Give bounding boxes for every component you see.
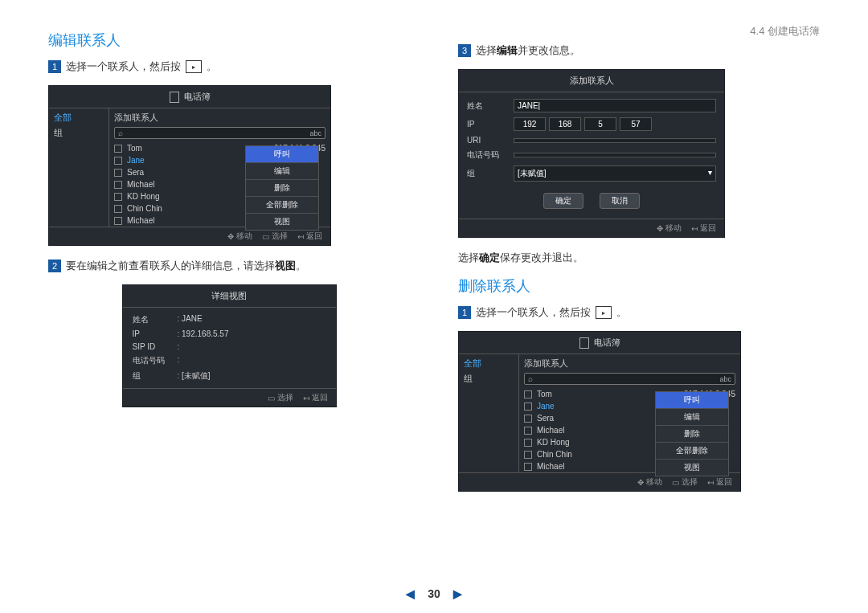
menu-call[interactable]: 呼叫 (246, 146, 318, 162)
pager: ◀ 30 ▶ (0, 587, 868, 600)
checkbox[interactable] (524, 463, 532, 471)
menu-view[interactable]: 视图 (656, 459, 728, 476)
step-number: 2 (48, 260, 61, 272)
step-text: 选择一个联系人，然后按 (476, 305, 591, 320)
footer-back: ↤返回 (303, 392, 328, 403)
panel-footer: ▭选择 ↤返回 (123, 388, 336, 407)
checkbox[interactable] (524, 415, 532, 423)
phonebook-sidebar: 全部 组 (49, 108, 109, 227)
search-icon: ⌕ (118, 129, 123, 137)
menu-delete-all[interactable]: 全部删除 (656, 442, 728, 459)
menu-delete[interactable]: 删除 (246, 179, 318, 196)
footer-back: ↤返回 (707, 476, 732, 488)
checkbox[interactable] (114, 181, 122, 189)
menu-view[interactable]: 视图 (246, 213, 318, 230)
ok-button[interactable]: 确定 (543, 193, 583, 209)
add-contact-panel: 添加联系人 姓名 JANE| IP 192 168 5 57 URI (458, 69, 725, 238)
ip-field-2[interactable]: 168 (549, 117, 581, 131)
menu-delete[interactable]: 删除 (656, 425, 728, 442)
enter-key-icon: ▸ (186, 60, 202, 73)
checkbox[interactable] (524, 439, 532, 447)
uri-field[interactable] (514, 138, 716, 143)
section-title-delete: 删除联系人 (458, 276, 820, 296)
checkbox[interactable] (114, 193, 122, 201)
checkbox[interactable] (114, 157, 122, 165)
menu-delete-all[interactable]: 全部删除 (246, 196, 318, 213)
phonebook-panel: 电话簿 全部 组 添加联系人 ⌕ abc Tom217.141.3.245 Ja… (48, 85, 331, 246)
footer-move: ✥移动 (227, 231, 252, 242)
ip-field-3[interactable]: 5 (584, 117, 616, 131)
ip-field-4[interactable]: 57 (620, 117, 652, 131)
ip-field-1[interactable]: 192 (514, 117, 546, 131)
page-number: 30 (428, 587, 440, 600)
breadcrumb: 4.4 创建电话簿 (458, 24, 820, 39)
step-text-suffix: 。 (207, 59, 217, 74)
detail-row: IP192.168.5.57 (133, 329, 326, 338)
checkbox[interactable] (114, 169, 122, 177)
search-input[interactable]: ⌕ abc (114, 127, 326, 139)
panel-footer: ✥移动 ↤返回 (459, 219, 724, 237)
after-form-text: 选择确定保存更改并退出。 (458, 251, 820, 265)
panel-header: 电话簿 (459, 332, 740, 354)
checkbox[interactable] (114, 145, 122, 153)
step-text: 要在编辑之前查看联系人的详细信息，请选择视图。 (66, 259, 306, 273)
menu-edit[interactable]: 编辑 (246, 162, 318, 179)
cancel-button[interactable]: 取消 (600, 193, 640, 209)
footer-back: ↤返回 (297, 231, 322, 242)
next-page[interactable]: ▶ (453, 587, 462, 600)
form-row-ip: IP 192 168 5 57 (467, 117, 716, 131)
form-row-uri: URI (467, 136, 716, 145)
section-title-edit: 编辑联系人 (48, 31, 410, 50)
footer-select: ▭选择 (672, 476, 698, 488)
checkbox[interactable] (524, 403, 532, 411)
group-field[interactable]: [未赋值] ▾ (514, 166, 716, 182)
step-1: 1 选择一个联系人，然后按 ▸ 。 (48, 59, 410, 74)
form-row-name: 姓名 JANE| (467, 99, 716, 112)
checkbox[interactable] (524, 451, 532, 459)
panel-header: 电话簿 (49, 86, 330, 108)
search-icon: ⌕ (528, 374, 533, 383)
footer-select: ▭选择 (262, 231, 288, 242)
enter-key-icon: ▸ (596, 306, 612, 319)
tab-group[interactable]: 组 (464, 373, 514, 385)
document-icon (170, 92, 179, 103)
add-contact[interactable]: 添加联系人 (114, 112, 326, 127)
footer-move: ✥移动 (637, 476, 662, 488)
panel-title: 电话簿 (594, 337, 620, 349)
detail-row: 组[未赋值] (133, 370, 326, 382)
step-text: 选择一个联系人，然后按 (66, 59, 181, 74)
checkbox[interactable] (524, 427, 532, 435)
right-column: 4.4 创建电话簿 3 选择编辑并更改信息。 添加联系人 姓名 JANE| IP… (458, 24, 820, 570)
context-menu: 呼叫 编辑 删除 全部删除 视图 (245, 145, 319, 231)
form-row-group: 组 [未赋值] ▾ (467, 166, 716, 182)
step-text: 选择编辑并更改信息。 (476, 43, 580, 58)
detail-panel: 详细视图 姓名JANE IP192.168.5.57 SIP ID 电话号码 组… (122, 284, 337, 407)
panel-title: 电话簿 (184, 91, 211, 103)
search-input[interactable]: ⌕ abc (524, 373, 735, 385)
context-menu: 呼叫 编辑 删除 全部删除 视图 (655, 391, 729, 476)
menu-edit[interactable]: 编辑 (656, 408, 728, 425)
step-number: 3 (458, 44, 471, 57)
checkbox[interactable] (114, 205, 122, 213)
phone-field[interactable] (514, 153, 716, 157)
tab-all[interactable]: 全部 (54, 112, 104, 124)
footer-move: ✥移动 (657, 223, 682, 234)
step-number: 1 (458, 306, 471, 319)
step-text-suffix: 。 (616, 305, 627, 320)
tab-all[interactable]: 全部 (464, 358, 514, 370)
phonebook-panel-delete: 电话簿 全部 组 添加联系人 ⌕ abc Tom217.141.3.245 Ja… (458, 331, 741, 492)
phonebook-sidebar: 全部 组 (459, 354, 519, 472)
ime-indicator: abc (309, 129, 321, 137)
panel-header: 添加联系人 (459, 70, 724, 92)
prev-page[interactable]: ◀ (406, 587, 415, 600)
checkbox[interactable] (114, 217, 122, 225)
menu-call[interactable]: 呼叫 (656, 392, 728, 408)
ime-indicator: abc (719, 375, 731, 383)
detail-row: 姓名JANE (133, 314, 326, 325)
add-contact[interactable]: 添加联系人 (524, 358, 735, 373)
footer-back: ↤返回 (691, 223, 716, 234)
tab-group[interactable]: 组 (54, 127, 104, 139)
name-field[interactable]: JANE| (514, 99, 716, 112)
left-column: 编辑联系人 1 选择一个联系人，然后按 ▸ 。 电话簿 全部 组 添加联系人 (48, 24, 410, 570)
checkbox[interactable] (524, 390, 532, 398)
